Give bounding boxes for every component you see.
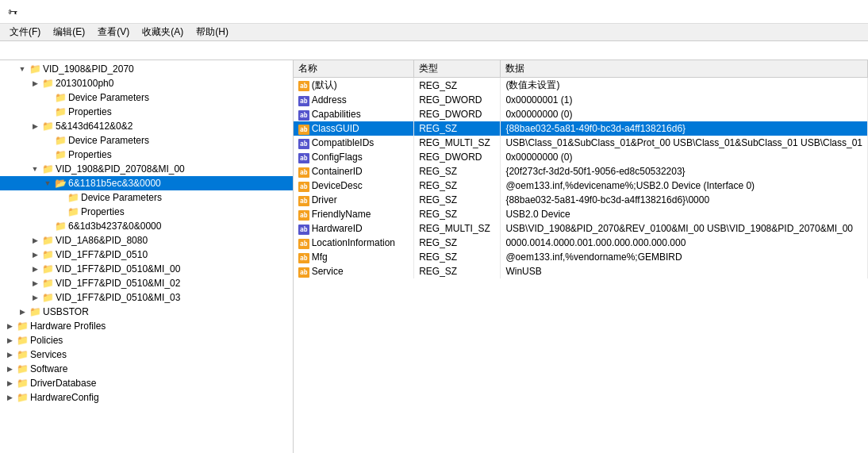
tree-item-policies[interactable]: Policies [0,333,293,347]
folder-icon-policies [16,335,29,346]
tree-item-usbstor[interactable]: USBSTOR [0,305,293,319]
table-row[interactable]: abContainerID REG_SZ {20f273cf-3d2d-50f1… [294,164,868,179]
tree-item-devparams3[interactable]: Device Parameters [0,190,293,205]
ab-icon: ab [298,210,309,221]
arrow-vid1ff7mi03 [29,294,41,301]
tree-item-6and1d3b[interactable]: 6&1d3b4237&0&0000 [0,219,293,233]
tree-item-driverdb[interactable]: DriverDatabase [0,376,293,390]
tree-label-devparams1: Device Parameters [68,92,149,103]
title-bar-left: 🗝 [6,6,24,18]
arrow-5143d [29,122,41,130]
tree-label-vid1a86: VID_1A86&PID_8080 [56,235,148,246]
col-header-data[interactable]: 数据 [501,60,868,78]
tree-item-props2[interactable]: Properties [0,148,293,162]
tree-item-vid1a86[interactable]: VID_1A86&PID_8080 [0,233,293,248]
reg-data: USB2.0 Device [501,207,868,221]
menu-edit[interactable]: 编辑(E) [47,25,91,40]
table-row[interactable]: abCapabilities REG_DWORD 0x00000000 (0) [294,107,868,121]
ab-icon: ab [298,125,309,135]
arrow-vid1ff7mi02 [29,279,41,287]
tree-label-6and1181: 6&1181b5ec&3&0000 [68,178,161,189]
reg-type: REG_SZ [414,164,501,179]
tree-item-vid1ff7mi03[interactable]: VID_1FF7&PID_0510&MI_03 [0,290,293,305]
tree-label-software: Software [30,363,67,374]
menu-view[interactable]: 查看(V) [91,25,136,40]
folder-icon-6and1d3b [54,221,67,232]
dword-icon: ab [298,110,309,121]
registry-panel: 名称 类型 数据 ab(默认) REG_SZ (数值未设置) abAddress… [294,60,868,453]
reg-type: REG_SZ [414,207,501,221]
menu-help[interactable]: 帮助(H) [190,25,235,40]
tree-item-props1[interactable]: Properties [0,105,293,119]
reg-type: REG_SZ [414,250,501,264]
table-row[interactable]: abClassGUID REG_SZ {88bae032-5a81-49f0-b… [294,121,868,136]
menu-file[interactable]: 文件(F) [3,25,47,40]
col-header-type[interactable]: 类型 [414,60,501,78]
table-row[interactable]: abMfg REG_SZ @oem133.inf,%vendorname%;GE… [294,250,868,264]
tree-item-5143d[interactable]: 5&143d6412&0&2 [0,119,293,133]
ab-icon: ab [298,167,309,178]
arrow-driverdb [3,379,16,387]
table-row[interactable]: abService REG_SZ WinUSB [294,264,868,278]
folder-icon-vid1ff7mi00 [41,263,54,274]
reg-name: abCapabilities [294,107,414,121]
reg-data: USB\Class_01&SubClass_01&Prot_00 USB\Cla… [501,136,868,150]
tree-label-vid1ff7mi03: VID_1FF7&PID_0510&MI_03 [56,292,180,303]
tree-label-props3: Properties [81,206,125,217]
table-row[interactable]: abCompatibleIDs REG_MULTI_SZ USB\Class_0… [294,136,868,150]
menu-favorites[interactable]: 收藏夹(A) [136,25,190,40]
col-header-name[interactable]: 名称 [294,60,414,78]
tree-item-vid1ff7mi00[interactable]: VID_1FF7&PID_0510&MI_00 [0,262,293,276]
reg-name: abDeviceDesc [294,179,414,193]
folder-icon-services [16,349,29,360]
tree-item-devparams2[interactable]: Device Parameters [0,133,293,148]
table-row[interactable]: abAddress REG_DWORD 0x00000001 (1) [294,93,868,107]
tree-item-props3[interactable]: Properties [0,205,293,219]
tree-label-devparams3: Device Parameters [81,192,162,203]
tree-item-6and1181[interactable]: 6&1181b5ec&3&0000 [0,176,293,190]
tree-item-vid1ff7[interactable]: VID_1FF7&PID_0510 [0,248,293,262]
arrow-usbstor [16,308,29,316]
arrow-hwconfig [3,393,16,401]
reg-data: 0x00000000 (0) [501,150,868,164]
reg-data: @oem133.inf,%devicename%;USB2.0 Device (… [501,179,868,193]
table-row[interactable]: abDriver REG_SZ {88bae032-5a81-49f0-bc3d… [294,193,868,207]
main-content: VID_1908&PID_2070 20130100ph0 Device Par… [0,60,868,453]
reg-name: abService [294,264,414,278]
table-row[interactable]: abLocationInformation REG_SZ 0000.0014.0… [294,236,868,250]
reg-type: REG_SZ [414,236,501,250]
arrow-vid1a86 [29,236,41,244]
menu-bar: 文件(F) 编辑(E) 查看(V) 收藏夹(A) 帮助(H) [0,24,868,41]
tree-item-vid1908mi00[interactable]: VID_1908&PID_20708&MI_00 [0,162,293,176]
tree-item-devparams1[interactable]: Device Parameters [0,90,293,105]
window-controls [752,0,862,24]
tree-item-vid1ff7mi02[interactable]: VID_1FF7&PID_0510&MI_02 [0,276,293,290]
app-icon: 🗝 [6,6,19,18]
reg-type: REG_DWORD [414,93,501,107]
minimize-button[interactable] [752,0,789,24]
reg-data: {88bae032-5a81-49f0-bc3d-a4ff138216d6}\0… [501,193,868,207]
table-row[interactable]: abDeviceDesc REG_SZ @oem133.inf,%devicen… [294,179,868,193]
table-row[interactable]: ab(默认) REG_SZ (数值未设置) [294,78,868,94]
table-row[interactable]: abHardwareID REG_MULTI_SZ USB\VID_1908&P… [294,221,868,236]
table-row[interactable]: abConfigFlags REG_DWORD 0x00000000 (0) [294,150,868,164]
dword-icon: ab [298,153,309,163]
folder-icon-props3 [67,206,79,217]
tree-label-services: Services [30,349,67,360]
reg-type: REG_SZ [414,179,501,193]
tree-item-20130100[interactable]: 20130100ph0 [0,76,293,90]
reg-name: abFriendlyName [294,207,414,221]
tree-item-software[interactable]: Software [0,362,293,376]
tree-item-vid1908[interactable]: VID_1908&PID_2070 [0,62,293,76]
table-row[interactable]: abFriendlyName REG_SZ USB2.0 Device [294,207,868,221]
tree-item-hwconfig[interactable]: HardwareConfig [0,390,293,405]
tree-item-services[interactable]: Services [0,347,293,362]
folder-icon-props2 [54,149,67,160]
tree-item-hwprofiles[interactable]: Hardware Profiles [0,319,293,333]
close-button[interactable] [825,0,862,24]
reg-name: abDriver [294,193,414,207]
tree-label-props1: Properties [68,106,112,117]
folder-icon-driverdb [16,378,29,389]
maximize-button[interactable] [789,0,825,24]
folder-icon-vid1ff7mi02 [41,278,54,289]
